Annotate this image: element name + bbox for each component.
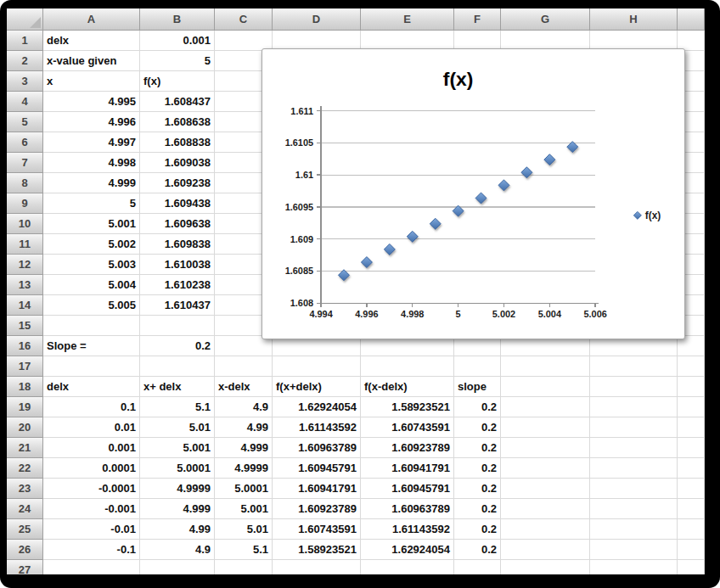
cell-I20[interactable] [678,417,705,438]
row-header-17[interactable]: 17 [7,356,43,377]
cell-B1[interactable]: 0.001 [140,31,215,51]
cell-G22[interactable] [501,458,590,479]
cell-I17[interactable] [678,356,705,377]
cell-F27[interactable] [454,560,501,574]
cell-A24[interactable]: -0.001 [43,499,140,519]
cell-B11[interactable]: 1.609838 [140,234,215,255]
data-point-marker[interactable] [544,154,555,165]
cell-F18[interactable]: slope [454,377,501,397]
cell-A3[interactable]: x [43,71,140,92]
cell-I25[interactable] [678,519,705,540]
row-header-13[interactable]: 13 [7,275,43,295]
row-header-1[interactable]: 1 [7,31,43,51]
cell-E26[interactable]: 1.62924054 [361,540,454,560]
cell-H17[interactable] [590,356,678,377]
row-header-22[interactable]: 22 [7,458,43,479]
column-header-partial[interactable] [678,8,705,31]
data-point-marker[interactable] [430,218,441,229]
series-fx[interactable] [339,142,578,281]
cell-C18[interactable]: x-delx [215,377,273,397]
cell-C27[interactable] [215,560,273,574]
row-header-6[interactable]: 6 [7,132,43,153]
cell-B4[interactable]: 1.608437 [140,92,215,112]
data-point-marker[interactable] [384,244,395,255]
cell-D21[interactable]: 1.60963789 [273,438,361,458]
cell-G27[interactable] [501,560,590,574]
cell-F17[interactable] [454,356,501,377]
cell-A21[interactable]: 0.001 [43,438,140,458]
cell-C26[interactable]: 5.1 [215,540,273,560]
row-header-9[interactable]: 9 [7,193,43,214]
cell-I23[interactable] [678,479,705,499]
cell-E17[interactable] [361,356,454,377]
row-header-15[interactable]: 15 [7,316,43,336]
cell-A17[interactable] [43,356,140,377]
cell-I21[interactable] [678,438,705,458]
cell-A5[interactable]: 4.996 [43,112,140,132]
data-point-marker[interactable] [475,193,487,204]
cell-D17[interactable] [273,356,361,377]
cell-B22[interactable]: 5.0001 [140,458,215,479]
cell-F26[interactable]: 0.2 [454,540,501,560]
row-header-2[interactable]: 2 [7,51,43,71]
cell-I18[interactable] [678,377,705,397]
cell-B18[interactable]: x+ delx [140,377,215,397]
cell-A16[interactable]: Slope = [43,336,140,356]
cell-B19[interactable]: 5.1 [140,397,215,417]
cell-G20[interactable] [501,417,590,438]
cell-B3[interactable]: f(x) [140,71,215,92]
cell-F21[interactable]: 0.2 [454,438,501,458]
cell-B10[interactable]: 1.609638 [140,214,215,234]
cell-H22[interactable] [590,458,678,479]
cell-D22[interactable]: 1.60945791 [273,458,361,479]
row-header-5[interactable]: 5 [7,112,43,132]
cell-G23[interactable] [501,479,590,499]
cell-I22[interactable] [678,458,705,479]
cell-C21[interactable]: 4.999 [215,438,273,458]
legend[interactable]: f(x) [633,210,661,221]
cell-E18[interactable]: f(x-delx) [361,377,454,397]
cell-E25[interactable]: 1.61143592 [361,519,454,540]
cell-G19[interactable] [501,397,590,417]
cell-B24[interactable]: 4.999 [140,499,215,519]
cell-C25[interactable]: 5.01 [215,519,273,540]
cell-B23[interactable]: 4.9999 [140,479,215,499]
cell-B9[interactable]: 1.609438 [140,193,215,214]
select-all-corner[interactable] [7,8,43,31]
row-header-21[interactable]: 21 [7,438,43,458]
cell-G24[interactable] [501,499,590,519]
data-point-marker[interactable] [407,231,418,242]
cell-C24[interactable]: 5.001 [215,499,273,519]
chart[interactable]: 1.6111.61051.611.60951.6091.60851.6084.9… [262,48,685,339]
cell-B27[interactable] [140,560,215,574]
cell-B7[interactable]: 1.609038 [140,153,215,173]
column-header-E[interactable]: E [361,8,454,31]
column-header-B[interactable]: B [140,8,215,31]
chart-title[interactable]: f(x) [443,68,474,90]
cell-E23[interactable]: 1.60945791 [361,479,454,499]
row-header-19[interactable]: 19 [7,397,43,417]
cell-A22[interactable]: 0.0001 [43,458,140,479]
cell-A27[interactable] [43,560,140,574]
cell-H20[interactable] [590,417,678,438]
cell-B12[interactable]: 1.610038 [140,255,215,275]
cell-A11[interactable]: 5.002 [43,234,140,255]
cell-H25[interactable] [590,519,678,540]
cell-B21[interactable]: 5.001 [140,438,215,458]
cell-C23[interactable]: 5.0001 [215,479,273,499]
data-point-marker[interactable] [521,167,532,178]
cell-I19[interactable] [678,397,705,417]
cell-E19[interactable]: 1.58923521 [361,397,454,417]
cell-A10[interactable]: 5.001 [43,214,140,234]
cell-A6[interactable]: 4.997 [43,132,140,153]
cell-B16[interactable]: 0.2 [140,336,215,356]
cell-D23[interactable]: 1.60941791 [273,479,361,499]
cell-E27[interactable] [361,560,454,574]
column-header-C[interactable]: C [215,8,273,31]
cell-B6[interactable]: 1.608838 [140,132,215,153]
cell-B25[interactable]: 4.99 [140,519,215,540]
cell-D27[interactable] [273,560,361,574]
cell-I26[interactable] [678,540,705,560]
cell-B15[interactable] [140,316,215,336]
cell-E20[interactable]: 1.60743591 [361,417,454,438]
